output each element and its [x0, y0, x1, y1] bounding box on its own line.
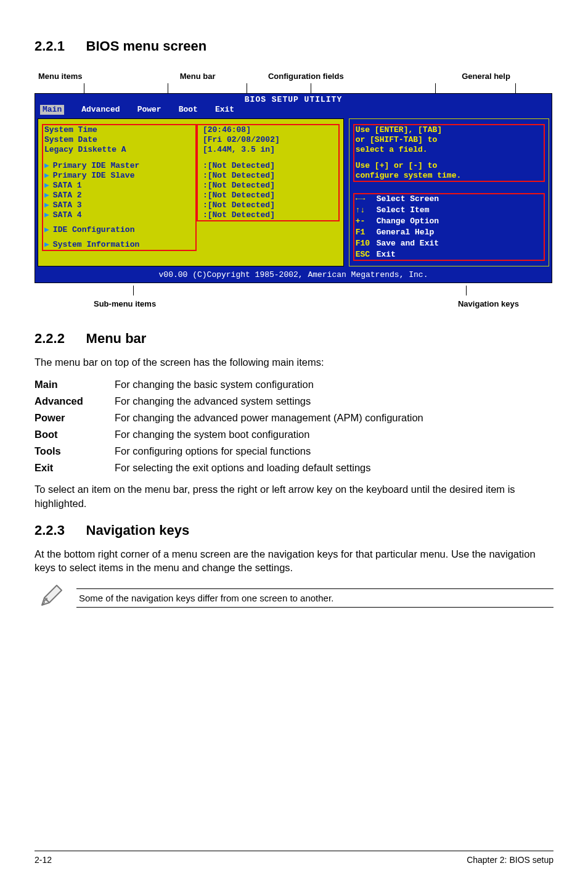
section-heading-221: 2.2.1 BIOS menu screen — [35, 37, 553, 54]
item-ide-configuration[interactable]: ▶IDE Configuration — [44, 225, 194, 235]
triangle-icon: ▶ — [44, 161, 49, 170]
triangle-icon: ▶ — [44, 191, 49, 200]
value-time[interactable]: [20:46:08] — [203, 125, 337, 135]
desc-advanced-term: Advanced — [35, 395, 115, 407]
nav-keys-desc: At the bottom right corner of a menu scr… — [35, 547, 553, 575]
help-line: Use [+] or [-] to — [356, 161, 542, 171]
desc-exit-def: For selecting the exit options and loadi… — [115, 462, 553, 474]
note-block: Some of the navigation keys differ from … — [35, 584, 553, 611]
help-line: configure system time. — [356, 171, 542, 181]
section-title: BIOS menu screen — [86, 38, 207, 54]
triangle-icon: ▶ — [44, 200, 49, 210]
menu-items-box: System Time System Date Legacy Diskette … — [42, 124, 197, 251]
tab-advanced[interactable]: Advanced — [81, 105, 120, 115]
triangle-icon: ▶ — [44, 181, 49, 190]
bios-copyright: v00.00 (C)Copyright 1985-2002, American … — [35, 269, 552, 283]
key-ud-text: Select Item — [377, 205, 542, 215]
triangle-icon: ▶ — [44, 171, 49, 180]
item-pide-slave[interactable]: ▶Primary IDE Slave — [44, 171, 194, 181]
page-footer: 2-12 Chapter 2: BIOS setup — [35, 851, 553, 865]
config-fields-box: [20:46:08] [Fri 02/08/2002] [1.44M, 3.5 … — [197, 124, 340, 221]
value-nd2: :[Not Detected] — [203, 171, 337, 181]
help-line: select a field. — [356, 145, 542, 155]
key-ud: ↑↓ — [356, 205, 373, 215]
item-system-information[interactable]: ▶System Information — [44, 240, 194, 250]
section-title: Navigation keys — [86, 522, 190, 538]
section-heading-223: 2.2.3 Navigation keys — [35, 521, 553, 538]
item-sata3[interactable]: ▶SATA 3 — [44, 200, 194, 210]
value-nd1: :[Not Detected] — [203, 161, 337, 171]
key-esc: ESC — [356, 250, 373, 260]
item-legacy-diskette[interactable]: Legacy Diskette A — [44, 145, 194, 155]
desc-power-term: Power — [35, 412, 115, 424]
item-pide-master[interactable]: ▶Primary IDE Master — [44, 161, 194, 171]
label-navigation-keys: Navigation keys — [346, 299, 553, 308]
desc-main-def: For changing the basic system configurat… — [115, 379, 553, 390]
leader-lines-bottom — [35, 286, 553, 295]
key-pm-text: Change Option — [377, 217, 542, 226]
desc-boot-term: Boot — [35, 429, 115, 440]
section-number: 2.2.3 — [35, 522, 65, 538]
desc-tools-def: For configuring options for special func… — [115, 445, 553, 457]
triangle-icon: ▶ — [44, 240, 49, 249]
annotation-top-labels: Menu items Menu bar Configuration fields… — [35, 72, 553, 81]
footer-chapter: Chapter 2: BIOS setup — [467, 855, 553, 865]
value-nd6: :[Not Detected] — [203, 210, 337, 220]
desc-boot-def: For changing the system boot configurati… — [115, 429, 553, 440]
annotation-bottom-labels: Sub-menu items Navigation keys — [35, 299, 553, 308]
value-diskette[interactable]: [1.44M, 3.5 in] — [203, 145, 337, 155]
key-esc-text: Exit — [377, 250, 542, 260]
navigation-keys-box: ←→Select Screen ↑↓Select Item +-Change O… — [353, 193, 545, 261]
value-nd3: :[Not Detected] — [203, 181, 337, 191]
tab-power[interactable]: Power — [137, 105, 161, 115]
label-config-fields: Configuration fields — [268, 72, 419, 81]
item-sata4[interactable]: ▶SATA 4 — [44, 210, 194, 220]
key-f10-text: Save and Exit — [377, 239, 542, 249]
menu-bar-intro: The menu bar on top of the screen has th… — [35, 355, 553, 369]
key-f10: F10 — [356, 239, 373, 249]
footer-page-number: 2-12 — [35, 855, 52, 865]
label-general-help: General help — [419, 72, 553, 81]
menu-description-list: MainFor changing the basic system config… — [35, 379, 553, 474]
key-f1: F1 — [356, 228, 373, 237]
key-f1-text: General Help — [377, 228, 542, 237]
triangle-icon: ▶ — [44, 225, 49, 234]
key-lr-text: Select Screen — [377, 194, 542, 204]
help-line: or [SHIFT-TAB] to — [356, 135, 542, 145]
desc-advanced-def: For changing the advanced system setting… — [115, 395, 553, 407]
item-system-date[interactable]: System Date — [44, 135, 194, 145]
section-heading-222: 2.2.2 Menu bar — [35, 329, 553, 347]
bios-title: BIOS SETUP UTILITY — [35, 94, 552, 105]
help-line: Use [ENTER], [TAB] — [356, 125, 542, 135]
pencil-icon — [38, 584, 65, 611]
bios-menu-bar: Main Advanced Power Boot Exit — [35, 105, 552, 117]
label-menu-bar: Menu bar — [180, 72, 268, 81]
item-sata2[interactable]: ▶SATA 2 — [44, 191, 194, 200]
value-nd5: :[Not Detected] — [203, 200, 337, 210]
desc-exit-term: Exit — [35, 462, 115, 474]
note-text: Some of the navigation keys differ from … — [76, 588, 553, 608]
section-title: Menu bar — [86, 331, 147, 346]
help-box: Use [ENTER], [TAB] or [SHIFT-TAB] to sel… — [353, 124, 545, 182]
desc-main-term: Main — [35, 379, 115, 390]
key-pm: +- — [356, 217, 373, 226]
leader-lines — [35, 83, 553, 93]
desc-tools-term: Tools — [35, 445, 115, 457]
section-number: 2.2.2 — [35, 331, 65, 346]
label-menu-items: Menu items — [35, 72, 180, 81]
bios-screenshot: BIOS SETUP UTILITY Main Advanced Power B… — [35, 93, 552, 283]
value-date[interactable]: [Fri 02/08/2002] — [203, 135, 337, 145]
tab-main[interactable]: Main — [40, 105, 64, 115]
item-sata1[interactable]: ▶SATA 1 — [44, 181, 194, 191]
menu-bar-outro: To select an item on the menu bar, press… — [35, 482, 553, 510]
tab-exit[interactable]: Exit — [215, 105, 234, 115]
section-number: 2.2.1 — [35, 38, 65, 54]
tab-boot[interactable]: Boot — [179, 105, 198, 115]
bios-right-panel: Use [ENTER], [TAB] or [SHIFT-TAB] to sel… — [349, 118, 549, 266]
label-submenu-items: Sub-menu items — [35, 299, 346, 308]
item-system-time[interactable]: System Time — [44, 125, 194, 135]
triangle-icon: ▶ — [44, 210, 49, 220]
value-nd4: :[Not Detected] — [203, 191, 337, 200]
bios-left-panel: System Time System Date Legacy Diskette … — [38, 118, 344, 266]
key-lr: ←→ — [356, 194, 373, 204]
